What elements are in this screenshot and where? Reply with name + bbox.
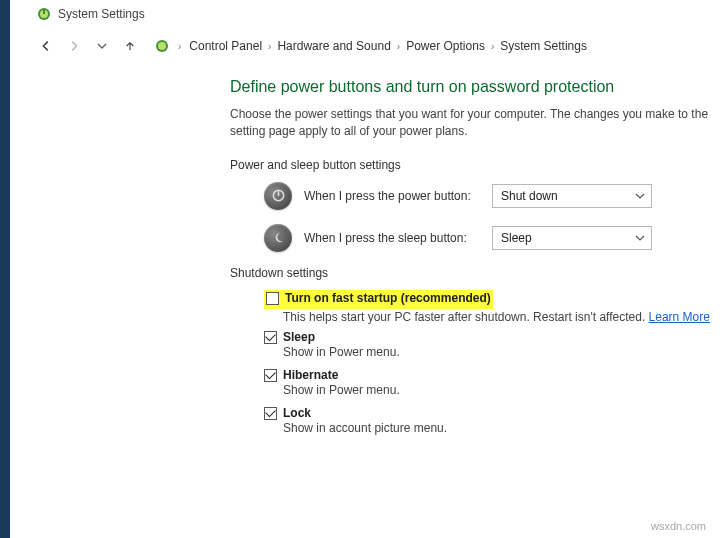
svg-rect-2 <box>43 10 44 14</box>
sleep-button-dropdown[interactable]: Sleep <box>492 226 652 250</box>
sleep-icon <box>264 224 292 252</box>
forward-button[interactable] <box>64 36 84 56</box>
power-button-row: When I press the power button: Shut down <box>264 182 720 210</box>
lock-description: Show in account picture menu. <box>283 421 447 435</box>
sleep-description: Show in Power menu. <box>283 345 400 359</box>
dropdown-value: Shut down <box>501 189 558 203</box>
breadcrumb-sep-icon: › <box>178 41 181 52</box>
hibernate-checkbox[interactable] <box>264 369 277 382</box>
fast-startup-description: This helps start your PC faster after sh… <box>283 310 645 324</box>
main-content: Define power buttons and turn on passwor… <box>10 64 720 441</box>
sleep-label: Sleep <box>283 330 400 344</box>
breadcrumb-sep-icon: › <box>491 41 494 52</box>
breadcrumb-sep-icon: › <box>268 41 271 52</box>
dropdown-value: Sleep <box>501 231 532 245</box>
window-left-edge <box>0 0 10 538</box>
svg-point-4 <box>158 42 166 50</box>
breadcrumb-item[interactable]: Hardware and Sound <box>277 39 390 53</box>
window-title: System Settings <box>58 7 145 21</box>
titlebar: System Settings <box>10 0 720 32</box>
learn-more-link[interactable]: Learn More <box>649 310 710 324</box>
breadcrumb-item[interactable]: Control Panel <box>189 39 262 53</box>
section-label-buttons: Power and sleep button settings <box>230 158 720 172</box>
navigation-bar: › Control Panel › Hardware and Sound › P… <box>10 32 720 64</box>
chevron-down-icon <box>635 191 645 201</box>
power-button-dropdown[interactable]: Shut down <box>492 184 652 208</box>
breadcrumb-item[interactable]: Power Options <box>406 39 485 53</box>
fast-startup-checkbox[interactable] <box>266 292 279 305</box>
section-label-shutdown: Shutdown settings <box>230 266 720 280</box>
power-button-label: When I press the power button: <box>304 189 480 203</box>
chevron-down-icon <box>635 233 645 243</box>
lock-label: Lock <box>283 406 447 420</box>
watermark: wsxdn.com <box>651 520 706 532</box>
highlight-fast-startup: Turn on fast startup (recommended) <box>264 290 493 309</box>
page-description: Choose the power settings that you want … <box>230 106 720 140</box>
power-icon <box>264 182 292 210</box>
svg-rect-6 <box>277 190 279 196</box>
sleep-button-label: When I press the sleep button: <box>304 231 480 245</box>
up-button[interactable] <box>120 36 140 56</box>
lock-checkbox[interactable] <box>264 407 277 420</box>
hibernate-label: Hibernate <box>283 368 400 382</box>
page-title: Define power buttons and turn on passwor… <box>230 78 720 96</box>
fast-startup-label: Turn on fast startup (recommended) <box>285 291 491 305</box>
breadcrumb: Control Panel › Hardware and Sound › Pow… <box>189 39 587 53</box>
breadcrumb-sep-icon: › <box>397 41 400 52</box>
location-icon <box>154 38 170 54</box>
breadcrumb-item[interactable]: System Settings <box>500 39 587 53</box>
sleep-button-row: When I press the sleep button: Sleep <box>264 224 720 252</box>
sleep-checkbox[interactable] <box>264 331 277 344</box>
back-button[interactable] <box>36 36 56 56</box>
power-options-icon <box>36 6 52 22</box>
history-dropdown[interactable] <box>92 36 112 56</box>
hibernate-description: Show in Power menu. <box>283 383 400 397</box>
